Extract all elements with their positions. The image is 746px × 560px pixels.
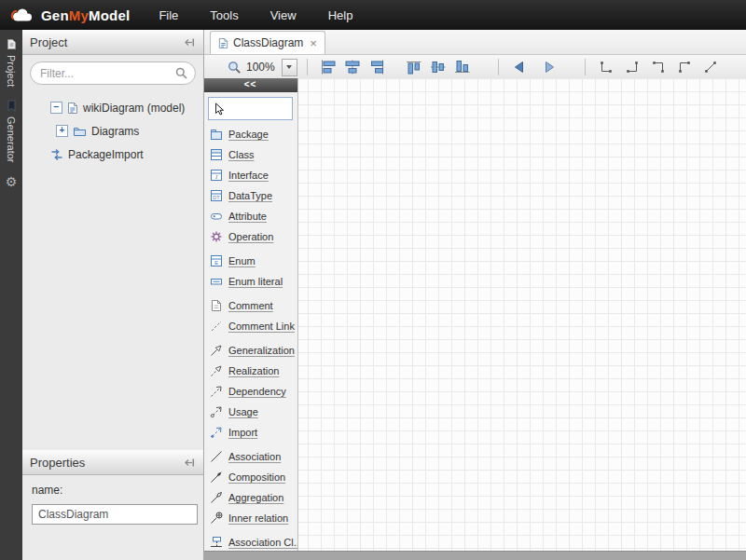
palette-item-generalization[interactable]: Generalization bbox=[203, 340, 297, 361]
folder-icon bbox=[73, 126, 87, 137]
properties-panel-title: Properties bbox=[30, 456, 85, 470]
palette-item-enum-literal[interactable]: Enum literal bbox=[203, 271, 297, 292]
collapse-toggle-icon[interactable]: − bbox=[50, 102, 62, 114]
palette-item-label: Association bbox=[228, 451, 281, 462]
expand-toggle-icon[interactable]: + bbox=[56, 125, 68, 137]
elbow-right-down-button[interactable] bbox=[647, 57, 670, 77]
elbow-up-right-button[interactable] bbox=[673, 57, 696, 77]
palette-item-realization[interactable]: Realization bbox=[203, 361, 297, 381]
palette-item-label: Realization bbox=[228, 365, 279, 376]
palette-item-enum[interactable]: E Enum bbox=[203, 251, 297, 271]
aggregation-icon bbox=[210, 491, 223, 504]
svg-text:DT: DT bbox=[213, 195, 220, 200]
enum-icon: E bbox=[210, 254, 223, 267]
tool-palette: << Package Class I Interface DT DataType… bbox=[203, 78, 298, 552]
palette-item-label: Interface bbox=[228, 170, 269, 181]
properties-pin-icon[interactable] bbox=[184, 457, 196, 469]
palette-item-inner-relation[interactable]: Inner relation bbox=[203, 508, 297, 528]
zoom-value: 100% bbox=[246, 61, 275, 74]
bookmark-icon bbox=[7, 100, 17, 112]
palette-item-package[interactable]: Package bbox=[203, 124, 297, 144]
cloud-logo-icon bbox=[8, 7, 35, 23]
app-logo: GenMyModel bbox=[0, 7, 130, 23]
tree-node-diagrams[interactable]: + Diagrams bbox=[22, 119, 203, 143]
menu-help[interactable]: Help bbox=[312, 0, 369, 30]
palette-item-association-class[interactable]: Association Cl... bbox=[203, 532, 297, 552]
menu-file[interactable]: File bbox=[143, 0, 194, 30]
align-middle-button[interactable] bbox=[427, 57, 449, 77]
brand-gen: Gen bbox=[41, 7, 69, 23]
side-tab-project-label: Project bbox=[6, 55, 17, 87]
association-icon bbox=[210, 450, 223, 463]
search-icon bbox=[175, 67, 187, 79]
align-right-button[interactable] bbox=[366, 57, 388, 77]
project-panel-header: Project bbox=[22, 30, 203, 55]
name-input[interactable] bbox=[32, 504, 198, 525]
zoom-dropdown-button[interactable] bbox=[282, 59, 297, 76]
connector-group bbox=[595, 57, 722, 77]
palette-item-attribute[interactable]: Attribute bbox=[203, 206, 297, 226]
import-icon bbox=[210, 426, 223, 439]
project-pin-icon[interactable] bbox=[184, 36, 196, 48]
operation-icon bbox=[210, 230, 223, 243]
app-title: GenMyModel bbox=[41, 7, 130, 23]
toolbar-separator bbox=[585, 59, 586, 75]
side-tab-project[interactable]: Project bbox=[6, 34, 17, 96]
properties-panel-header: Properties bbox=[22, 450, 203, 475]
brand-my: My bbox=[69, 7, 89, 23]
interface-icon: I bbox=[210, 169, 223, 182]
arrow-right-button[interactable] bbox=[538, 57, 560, 77]
datatype-icon: DT bbox=[210, 189, 223, 202]
align-top-button[interactable] bbox=[403, 57, 425, 77]
diagram-icon bbox=[218, 37, 228, 49]
palette-item-interface[interactable]: I Interface bbox=[203, 165, 297, 185]
elbow-right-up-button[interactable] bbox=[621, 57, 643, 77]
svg-text:E: E bbox=[214, 260, 218, 266]
chevron-down-icon bbox=[286, 65, 292, 69]
menu-tools[interactable]: Tools bbox=[194, 0, 254, 30]
arrow-left-button[interactable] bbox=[508, 57, 531, 77]
palette-item-label: Class bbox=[228, 149, 255, 160]
model-icon bbox=[67, 102, 78, 115]
horizontal-scrollbar[interactable] bbox=[203, 551, 746, 560]
tree-node-packageimport[interactable]: PackageImport bbox=[22, 143, 203, 166]
palette-item-usage[interactable]: Usage bbox=[203, 402, 297, 422]
zoom-control[interactable]: 100% bbox=[228, 59, 297, 76]
elbow-down-right-button[interactable] bbox=[595, 57, 617, 77]
project-panel-title: Project bbox=[30, 35, 67, 49]
palette-item-composition[interactable]: Composition bbox=[203, 467, 297, 487]
package-import-icon bbox=[50, 148, 63, 161]
diagonal-line-button[interactable] bbox=[699, 57, 722, 77]
palette-item-aggregation[interactable]: Aggregation bbox=[203, 487, 297, 508]
filter-box bbox=[30, 61, 196, 85]
palette-collapse-button[interactable]: << bbox=[203, 78, 297, 92]
palette-item-import[interactable]: Import bbox=[203, 422, 297, 443]
filter-input[interactable] bbox=[30, 61, 196, 85]
tab-classdiagram[interactable]: ClassDiagram × bbox=[210, 31, 325, 54]
side-tab-generator[interactable]: Generator bbox=[6, 96, 17, 172]
tree-node-label: PackageImport bbox=[68, 148, 144, 161]
align-center-button[interactable] bbox=[341, 57, 364, 77]
horizontal-align-group bbox=[317, 57, 388, 77]
palette-item-class[interactable]: Class bbox=[203, 144, 297, 165]
palette-item-dependency[interactable]: Dependency bbox=[203, 381, 297, 402]
palette-item-comment-link[interactable]: Comment Link bbox=[203, 316, 297, 336]
align-left-button[interactable] bbox=[317, 57, 339, 77]
side-tab-strip: Project Generator ⚙ bbox=[0, 30, 22, 560]
align-bottom-button[interactable] bbox=[451, 57, 474, 77]
palette-item-label: Aggregation bbox=[228, 492, 283, 503]
tab-close-icon[interactable]: × bbox=[310, 36, 317, 50]
menubar: File Tools View Help bbox=[143, 0, 368, 30]
palette-item-label: Enum literal bbox=[228, 276, 283, 287]
vertical-align-group bbox=[403, 57, 474, 77]
pointer-tool[interactable] bbox=[208, 97, 293, 120]
palette-item-datatype[interactable]: DT DataType bbox=[203, 185, 297, 206]
palette-item-association[interactable]: Association bbox=[203, 446, 297, 467]
palette-item-comment[interactable]: Comment bbox=[203, 295, 297, 316]
gear-icon[interactable]: ⚙ bbox=[6, 174, 18, 189]
tree-node-wikidiagram[interactable]: − wikiDiagram (model) bbox=[22, 96, 203, 119]
menu-view[interactable]: View bbox=[255, 0, 312, 30]
association-class-icon bbox=[210, 536, 223, 549]
brand-model: Model bbox=[89, 7, 130, 23]
palette-item-operation[interactable]: Operation bbox=[203, 226, 297, 247]
